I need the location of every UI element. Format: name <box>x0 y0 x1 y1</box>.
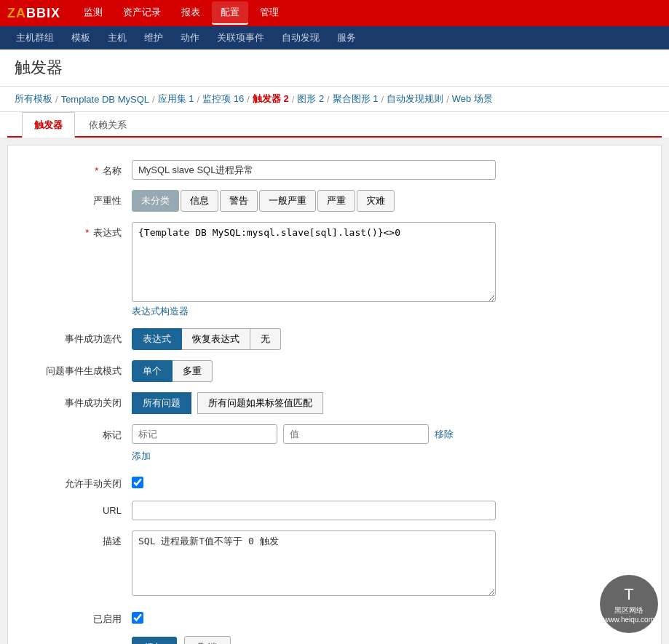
breadcrumb-sep-1: / <box>55 94 58 105</box>
form-row-event-close: 事件成功关闭 所有问题 所有问题如果标签值匹配 <box>23 392 646 414</box>
nav-host[interactable]: 主机 <box>99 28 135 48</box>
tag-add-link[interactable]: 添加 <box>132 450 151 461</box>
breadcrumb-agg-graph[interactable]: 聚合图形 1 <box>333 92 379 106</box>
form-row-problem-mode: 问题事件生成模式 单个 多重 <box>23 360 646 382</box>
breadcrumb-sep-7: / <box>381 94 384 105</box>
event-close-match-tag[interactable]: 所有问题如果标签值匹配 <box>197 392 323 414</box>
breadcrumb-monitor-item[interactable]: 监控项 16 <box>202 92 244 106</box>
nav-maintain[interactable]: 维护 <box>135 28 172 48</box>
nav-config[interactable]: 配置 <box>212 1 248 25</box>
severity-warning[interactable]: 警告 <box>220 190 258 212</box>
action-buttons: 添加 取消 <box>132 636 235 644</box>
top-nav-items: 监测 资产记录 报表 配置 管理 <box>75 1 288 25</box>
breadcrumb-sep-3: / <box>197 94 199 105</box>
form-row-actions: 添加 取消 <box>23 636 646 644</box>
tag-value-input[interactable] <box>283 424 429 444</box>
expression-required: * <box>85 227 89 238</box>
event-success-none[interactable]: 无 <box>250 328 281 350</box>
nav-template[interactable]: 模板 <box>63 28 99 48</box>
breadcrumb-trigger-current: 触发器 2 <box>253 92 289 106</box>
manual-close-label: 允许手动关闭 <box>23 473 132 490</box>
breadcrumb-sep-2: / <box>152 94 155 105</box>
nav-reports[interactable]: 报表 <box>173 1 209 25</box>
event-success-expression[interactable]: 表达式 <box>132 328 182 350</box>
form-row-event-success: 事件成功选代 表达式 恢复表达式 无 <box>23 328 646 350</box>
expression-wrapper: {Template DB MySQL:mysql.slave[sql].last… <box>132 222 496 302</box>
name-input[interactable] <box>132 160 496 180</box>
tab-dependency[interactable]: 依赖关系 <box>76 112 139 138</box>
tag-row: 移除 <box>132 424 454 444</box>
tag-control: 移除 添加 <box>132 424 454 463</box>
breadcrumb-template-db-mysql[interactable]: Template DB MySQL <box>61 94 149 105</box>
severity-btn-group: 未分类 信息 警告 一般严重 严重 灾难 <box>132 190 395 212</box>
breadcrumb-sep-4: / <box>247 94 250 105</box>
main-content: * 名称 严重性 未分类 信息 警告 一般严重 严重 灾难 * 表达式 {Tem… <box>7 145 662 644</box>
problem-mode-btn-group: 单个 多重 <box>132 360 213 382</box>
problem-mode-label: 问题事件生成模式 <box>23 360 132 378</box>
description-textarea[interactable]: SQL 进程最新T值不等于 0 触发 <box>132 530 496 596</box>
event-success-recovery[interactable]: 恢复表达式 <box>182 328 250 350</box>
tag-remove-button[interactable]: 移除 <box>435 428 454 441</box>
breadcrumb: 所有模板 / Template DB MySQL / 应用集 1 / 监控项 1… <box>0 87 669 112</box>
severity-unclassified[interactable]: 未分类 <box>132 190 179 212</box>
add-button[interactable]: 添加 <box>132 637 177 644</box>
form-row-severity: 严重性 未分类 信息 警告 一般严重 严重 灾难 <box>23 190 646 212</box>
form-row-name: * 名称 <box>23 160 646 180</box>
name-required: * <box>95 165 98 176</box>
cancel-button[interactable]: 取消 <box>184 636 231 644</box>
breadcrumb-sep-6: / <box>327 94 330 105</box>
watermark-line1: 黑区网络 <box>614 605 644 616</box>
breadcrumb-all-templates[interactable]: 所有模板 <box>15 92 52 106</box>
problem-mode-multiple[interactable]: 多重 <box>173 360 213 382</box>
nav-monitor[interactable]: 监测 <box>75 1 111 25</box>
description-control: SQL 进程最新T值不等于 0 触发 <box>132 530 496 598</box>
severity-average[interactable]: 一般严重 <box>259 190 316 212</box>
breadcrumb-sep-5: / <box>292 94 295 105</box>
nav-hostgroup[interactable]: 主机群组 <box>7 28 63 48</box>
event-close-all-problems[interactable]: 所有问题 <box>132 392 191 414</box>
nav-correlate[interactable]: 关联项事件 <box>208 28 273 48</box>
tab-trigger[interactable]: 触发器 <box>22 112 75 138</box>
form-row-manual-close: 允许手动关闭 <box>23 473 646 490</box>
breadcrumb-app-set[interactable]: 应用集 1 <box>158 92 194 106</box>
enabled-label: 已启用 <box>23 608 132 626</box>
nav-manage[interactable]: 管理 <box>251 1 288 25</box>
name-label-text: 名称 <box>103 165 122 176</box>
enabled-checkbox[interactable] <box>132 612 143 624</box>
manual-close-checkbox[interactable] <box>132 477 143 488</box>
url-control <box>132 501 496 520</box>
expression-label-text: 表达式 <box>93 227 122 238</box>
nav-service[interactable]: 服务 <box>328 28 365 48</box>
page-header: 触发器 <box>0 49 669 87</box>
url-input[interactable] <box>132 501 496 520</box>
nav-autodiscover[interactable]: 自动发现 <box>273 28 328 48</box>
nav-assets[interactable]: 资产记录 <box>114 1 170 25</box>
breadcrumb-web-scene[interactable]: Web 场景 <box>452 92 493 106</box>
severity-label: 严重性 <box>23 190 132 207</box>
watermark-icon: T <box>624 585 633 604</box>
form-row-description: 描述 SQL 进程最新T值不等于 0 触发 <box>23 530 646 598</box>
expression-builder-link[interactable]: 表达式构造器 <box>132 305 496 318</box>
breadcrumb-autodiscover-rule[interactable]: 自动发现规则 <box>387 92 443 106</box>
severity-high[interactable]: 严重 <box>317 190 355 212</box>
expression-label: * 表达式 <box>23 222 132 239</box>
event-close-label: 事件成功关闭 <box>23 392 132 410</box>
watermark-line2: www.heiqu.com <box>603 616 654 624</box>
breadcrumb-graph[interactable]: 图形 2 <box>297 92 324 106</box>
event-success-btn-group: 表达式 恢复表达式 无 <box>132 328 281 350</box>
name-label: * 名称 <box>23 160 132 178</box>
nav-action[interactable]: 动作 <box>172 28 208 48</box>
second-nav: 主机群组 模板 主机 维护 动作 关联项事件 自动发现 服务 <box>0 26 669 49</box>
problem-mode-single[interactable]: 单个 <box>132 360 173 382</box>
tag-name-input[interactable] <box>132 424 277 444</box>
expression-control: {Template DB MySQL:mysql.slave[sql].last… <box>132 222 496 318</box>
tab-container: 触发器 依赖关系 <box>0 112 669 138</box>
form-row-url: URL <box>23 501 646 520</box>
tab-bar: 触发器 依赖关系 <box>7 112 662 138</box>
severity-disaster[interactable]: 灾难 <box>357 190 395 212</box>
expression-textarea[interactable]: {Template DB MySQL:mysql.slave[sql].last… <box>132 222 496 302</box>
tag-label: 标记 <box>23 424 132 442</box>
description-label: 描述 <box>23 530 132 548</box>
watermark: T 黑区网络 www.heiqu.com <box>600 575 658 633</box>
severity-info[interactable]: 信息 <box>181 190 218 212</box>
